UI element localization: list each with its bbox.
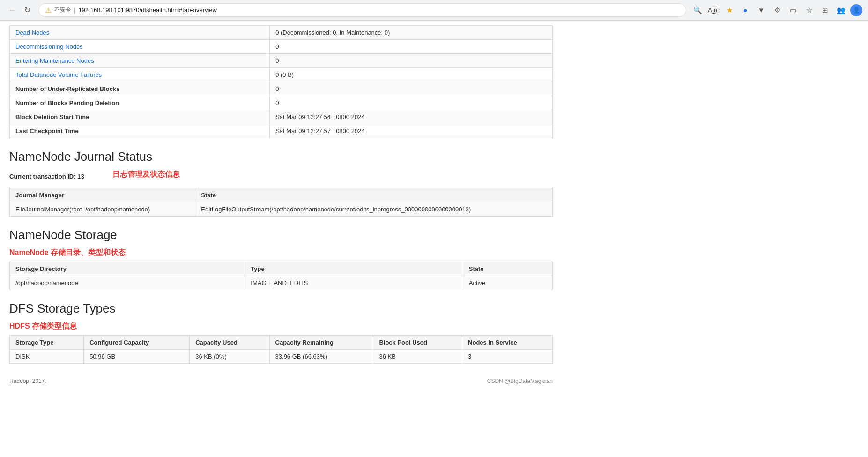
info-row-value: 0	[270, 82, 553, 96]
dfs-col-header: Storage Type	[10, 336, 84, 350]
shield-icon[interactable]: ▼	[755, 4, 768, 17]
dfs-col-header: Capacity Used	[190, 336, 269, 350]
dfs-annotation: HDFS 存储类型信息	[9, 322, 553, 331]
info-row-label: Block Deletion Start Time	[10, 110, 270, 124]
toolbar-icons: 🔍 A🇦 ★ ● ▼ ⚙ ▭ ☆ ⊞ 👥 👤	[691, 4, 862, 17]
info-row-value: 0	[270, 40, 553, 54]
dfs-col-header: Capacity Remaining	[269, 336, 373, 350]
journal-col-header: Journal Manager	[10, 188, 195, 202]
journal-status-heading: NameNode Journal Status	[9, 150, 553, 164]
info-row-label: Number of Blocks Pending Deletion	[10, 96, 270, 110]
info-row-value: 0 (0 B)	[270, 68, 553, 82]
table-row: FileJournalManager(root=/opt/hadoop/name…	[10, 202, 553, 217]
storage-col-header: Storage Directory	[10, 262, 245, 276]
transaction-row: Current transaction ID: 13 日志管理及状态信息	[9, 170, 553, 183]
address-bar[interactable]: ⚠ 不安全 | 192.168.198.101:9870/dfshealth.h…	[38, 3, 686, 17]
info-row-label: Number of Under-Replicated Blocks	[10, 82, 270, 96]
table-row: /opt/hadoop/namenodeIMAGE_AND_EDITSActiv…	[10, 276, 553, 290]
journal-table: Journal ManagerState FileJournalManager(…	[9, 188, 553, 217]
dfs-cell-capacity_remaining: 33.96 GB (66.63%)	[269, 350, 373, 364]
journal-cell-manager: FileJournalManager(root=/opt/hadoop/name…	[10, 202, 195, 217]
transaction-id-label: Current transaction ID: 13	[9, 173, 84, 180]
dfs-col-header: Block Pool Used	[373, 336, 462, 350]
people-icon[interactable]: 👥	[834, 4, 847, 17]
info-link[interactable]: Total Datanode Volume Failures	[15, 71, 102, 78]
nav-buttons: ← ↻	[6, 4, 34, 17]
page-content: Dead Nodes0 (Decommissioned: 0, In Maint…	[0, 21, 562, 398]
info-link[interactable]: Decommissioning Nodes	[15, 43, 83, 50]
info-row-value: 0	[270, 96, 553, 110]
info-row-label[interactable]: Dead Nodes	[10, 26, 270, 40]
search-icon[interactable]: 🔍	[691, 4, 704, 17]
info-row-label[interactable]: Total Datanode Volume Failures	[10, 68, 270, 82]
dfs-col-header: Nodes In Service	[462, 336, 553, 350]
info-row-value: Sat Mar 09 12:27:57 +0800 2024	[270, 124, 553, 138]
settings-icon[interactable]: ⚙	[771, 4, 784, 17]
dfs-cell-storage_type: DISK	[10, 350, 84, 364]
warning-icon: ⚠	[45, 7, 52, 14]
address-separator: |	[74, 7, 75, 14]
storage-cell-state: Active	[463, 276, 552, 290]
info-link[interactable]: Dead Nodes	[15, 29, 49, 36]
dfs-col-header: Configured Capacity	[84, 336, 190, 350]
storage-cell-type: IMAGE_AND_EDITS	[245, 276, 463, 290]
dfs-cell-block_pool_used: 36 KB	[373, 350, 462, 364]
journal-annotation: 日志管理及状态信息	[112, 170, 180, 180]
url-text: 192.168.198.101:9870/dfshealth.html#tab-…	[78, 7, 217, 14]
translate-icon[interactable]: A🇦	[707, 4, 720, 17]
back-button[interactable]: ←	[6, 4, 19, 17]
refresh-button[interactable]: ↻	[21, 4, 34, 17]
dfs-storage-heading: DFS Storage Types	[9, 301, 553, 316]
collection-icon[interactable]: ☆	[802, 4, 816, 17]
insecure-label: 不安全	[54, 6, 71, 14]
copyright-text: Hadoop, 2017.	[9, 378, 46, 384]
reader-icon[interactable]: ▭	[786, 4, 800, 17]
info-link[interactable]: Entering Maintenance Nodes	[15, 57, 94, 64]
dfs-cell-capacity_used: 36 KB (0%)	[190, 350, 269, 364]
storage-cell-directory: /opt/hadoop/namenode	[10, 276, 245, 290]
info-row-value: 0	[270, 54, 553, 68]
dfs-cell-configured_capacity: 50.96 GB	[84, 350, 190, 364]
info-row-label: Last Checkpoint Time	[10, 124, 270, 138]
apps-icon[interactable]: ⊞	[818, 4, 831, 17]
dfs-cell-nodes_in_service: 3	[462, 350, 553, 364]
browser-chrome: ← ↻ ⚠ 不安全 | 192.168.198.101:9870/dfsheal…	[0, 0, 868, 21]
storage-annotation: NameNode 存储目录、类型和状态	[9, 248, 553, 258]
journal-col-header: State	[195, 188, 553, 202]
dfs-storage-table: Storage TypeConfigured CapacityCapacity …	[9, 335, 553, 364]
info-row-value: Sat Mar 09 12:27:54 +0800 2024	[270, 110, 553, 124]
storage-col-header: State	[463, 262, 552, 276]
info-row-label[interactable]: Entering Maintenance Nodes	[10, 54, 270, 68]
storage-table: Storage DirectoryTypeState /opt/hadoop/n…	[9, 262, 553, 290]
page-footer: Hadoop, 2017. CSDN @BigDataMagician	[9, 378, 553, 384]
info-table: Dead Nodes0 (Decommissioned: 0, In Maint…	[9, 25, 553, 138]
bookmark-icon[interactable]: ★	[723, 4, 736, 17]
extension-icon[interactable]: ●	[739, 4, 752, 17]
info-row-value: 0 (Decommissioned: 0, In Maintenance: 0)	[270, 26, 553, 40]
transaction-id-value: 13	[77, 173, 84, 180]
info-row-label[interactable]: Decommissioning Nodes	[10, 40, 270, 54]
csdn-watermark: CSDN @BigDataMagician	[487, 378, 553, 384]
storage-col-header: Type	[245, 262, 463, 276]
table-row: DISK50.96 GB36 KB (0%)33.96 GB (66.63%)3…	[10, 350, 553, 364]
profile-avatar[interactable]: 👤	[850, 4, 862, 16]
storage-heading: NameNode Storage	[9, 228, 553, 242]
journal-cell-state: EditLogFileOutputStream(/opt/hadoop/name…	[195, 202, 553, 217]
